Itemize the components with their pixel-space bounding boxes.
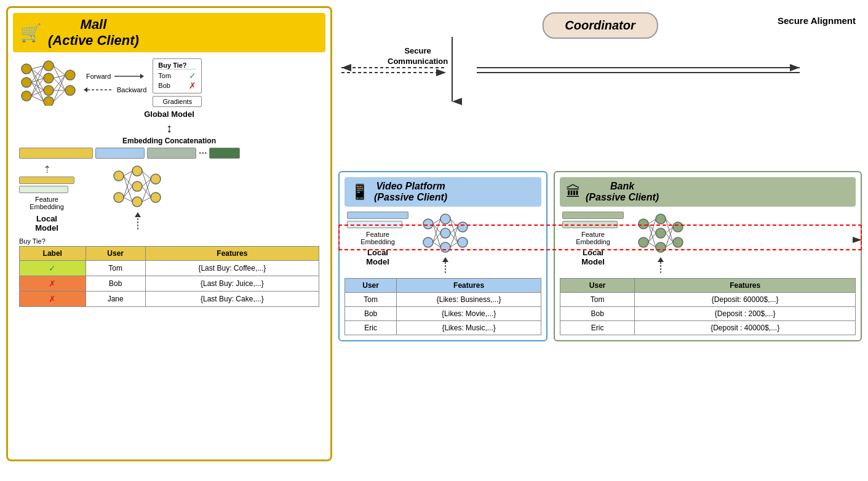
mall-table: Label User Features ✓ Tom {Last Buy: Cof… [19, 246, 319, 307]
svg-point-62 [440, 228, 450, 238]
video-table: User Features Tom {Likes: Business,...} … [344, 278, 541, 335]
bank-feat-bob: {Deposit : 200$,...} [635, 307, 856, 321]
video-user-bob: Bob [345, 307, 397, 321]
svg-line-91 [648, 233, 656, 242]
svg-point-85 [673, 222, 683, 232]
bank-feat-label: FeatureEmbedding [562, 231, 624, 245]
video-feat-left: FeatureEmbedding LocalModel [347, 212, 408, 266]
forward-label: Forward [86, 73, 111, 80]
coordinator-section: Secure Alignment Coordinator SecureCommu… [338, 6, 862, 117]
table-row: Eric {Likes: Music,...} [345, 321, 541, 335]
mall-subtitle: (Active Client) [48, 33, 139, 49]
dashed-arrow-up: ⇡ [19, 164, 74, 175]
buy-tie-box: Buy Tie? Tom ✓ Bob ✗ [153, 58, 202, 93]
svg-point-36 [132, 181, 142, 191]
svg-point-86 [673, 237, 683, 247]
video-feat-eric: {Likes: Music,...} [397, 321, 541, 335]
mall-title: Mall [48, 17, 139, 33]
svg-line-68 [433, 224, 440, 247]
svg-line-21 [54, 66, 65, 75]
svg-point-64 [458, 222, 468, 232]
bank-user-eric: Eric [560, 321, 635, 335]
bank-feat-bar1 [562, 212, 624, 219]
bank-user-bob: Bob [560, 307, 635, 321]
feature-embedding-label: FeatureEmbedding [30, 196, 64, 210]
bank-title: Bank [586, 181, 659, 192]
mall-th-label: Label [20, 247, 86, 261]
forward-backward: Forward Backward [84, 73, 146, 93]
features-cell-bob: {Last Buy: Juice,...} [145, 276, 319, 292]
video-feat-bar2 [347, 221, 402, 228]
bank-subtitle: (Passive Client) [586, 192, 659, 203]
mall-box: 🛒 Mall (Active Client) [6, 6, 332, 461]
video-header: 📱 Video Platform (Passive Client) [344, 177, 541, 207]
neural-net-gold [19, 60, 78, 106]
embedding-section: Embedding Concatenation ··· [13, 137, 325, 159]
svg-line-97 [666, 233, 673, 242]
svg-point-33 [114, 171, 124, 181]
bank-user-tom: Tom [560, 293, 635, 307]
bar-dark [209, 148, 240, 159]
video-user-tom: Tom [345, 293, 397, 307]
svg-line-76 [450, 233, 458, 242]
backward-label: Backward [117, 86, 146, 93]
arrow-up-video [439, 257, 452, 274]
embedding-label: Embedding Concatenation [19, 137, 319, 145]
svg-marker-30 [140, 74, 144, 79]
svg-line-90 [648, 219, 656, 242]
forward-arrow [113, 73, 144, 80]
table-row: ✗ Bob {Last Buy: Juice,...} [20, 276, 319, 292]
table-row: Tom {Likes: Business,...} [345, 293, 541, 307]
svg-point-3 [44, 61, 54, 71]
svg-point-83 [656, 228, 666, 238]
svg-point-65 [458, 237, 468, 247]
svg-marker-100 [658, 257, 664, 262]
svg-point-81 [639, 237, 648, 247]
svg-point-84 [656, 242, 666, 252]
user-cell-jane: Jane [86, 292, 145, 307]
tom-check: ✓ [189, 71, 196, 81]
buy-tie-bob: Bob [158, 82, 170, 89]
svg-point-34 [114, 193, 124, 202]
buy-tie-area: Buy Tie? Tom ✓ Bob ✗ Gradients [153, 58, 202, 107]
video-feat-tom: {Likes: Business,...} [397, 293, 541, 307]
neural-net-green [636, 212, 685, 255]
svg-point-60 [423, 237, 433, 247]
bank-feat-bar2 [562, 221, 618, 228]
bank-th-user: User [560, 279, 635, 293]
video-feat-bob: {Likes: Movie,...} [397, 307, 541, 321]
features-cell-jane: {Last Buy: Cake,...} [145, 292, 319, 307]
buy-tie-tom: Tom [158, 72, 171, 79]
video-local-model-label: LocalModel [347, 248, 408, 266]
mall-data-table-section: Buy Tie? Label User Features ✓ Tom {Last… [13, 237, 325, 307]
bank-nn-area [636, 212, 685, 274]
bar-blue [95, 148, 145, 159]
svg-line-15 [31, 82, 44, 90]
arrow-up-bank [655, 257, 667, 274]
svg-point-61 [440, 214, 450, 224]
svg-point-0 [22, 64, 31, 74]
svg-line-25 [54, 66, 65, 90]
table-row: Tom {Deposit: 60000$,...} [560, 293, 856, 307]
gradients-box: Gradients [153, 96, 202, 107]
svg-point-5 [44, 85, 54, 95]
svg-point-8 [65, 85, 75, 95]
label-cell-red2: ✗ [20, 292, 86, 307]
neural-net-blue [421, 212, 470, 255]
video-subtitle: (Passive Client) [374, 192, 447, 203]
cart-icon: 🛒 [20, 23, 42, 43]
table-row: ✗ Jane {Last Buy: Cake,...} [20, 292, 319, 307]
table-row: Bob {Deposit : 200$,...} [560, 307, 856, 321]
down-arrow-global: ↕ [13, 121, 325, 135]
video-th-features: Features [397, 279, 541, 293]
svg-marker-53 [135, 212, 141, 217]
svg-point-37 [132, 197, 142, 207]
user-cell-tom: Tom [86, 261, 145, 276]
bar-yellow [19, 148, 93, 159]
video-feat-area: FeatureEmbedding LocalModel [344, 212, 541, 274]
video-title: Video Platform [374, 181, 447, 192]
buy-tie-title: Buy Tie? [158, 62, 196, 70]
bank-feat-area: FeatureEmbedding LocalModel [560, 212, 856, 274]
svg-line-89 [648, 224, 656, 247]
bank-box: 🏛 Bank (Passive Client) FeatureEmbedding [554, 171, 862, 341]
